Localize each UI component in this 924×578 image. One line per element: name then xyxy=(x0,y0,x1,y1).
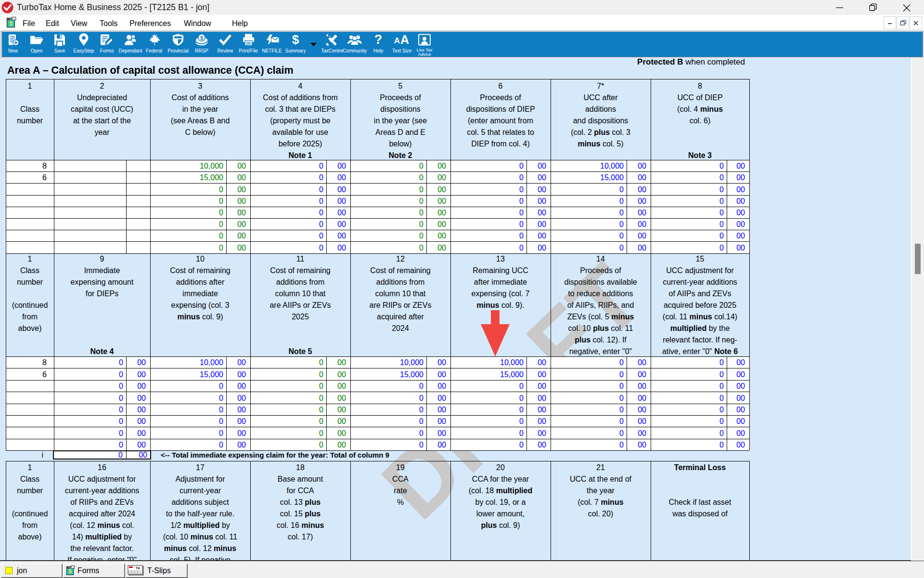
svg-text:$: $ xyxy=(200,35,203,41)
svg-text:$: $ xyxy=(9,20,13,27)
svg-text:$: $ xyxy=(68,568,72,574)
svg-text:A: A xyxy=(394,36,400,45)
svg-text:$: $ xyxy=(292,33,299,46)
svg-text:?: ? xyxy=(374,33,383,46)
svg-text:T4: T4 xyxy=(136,566,140,570)
